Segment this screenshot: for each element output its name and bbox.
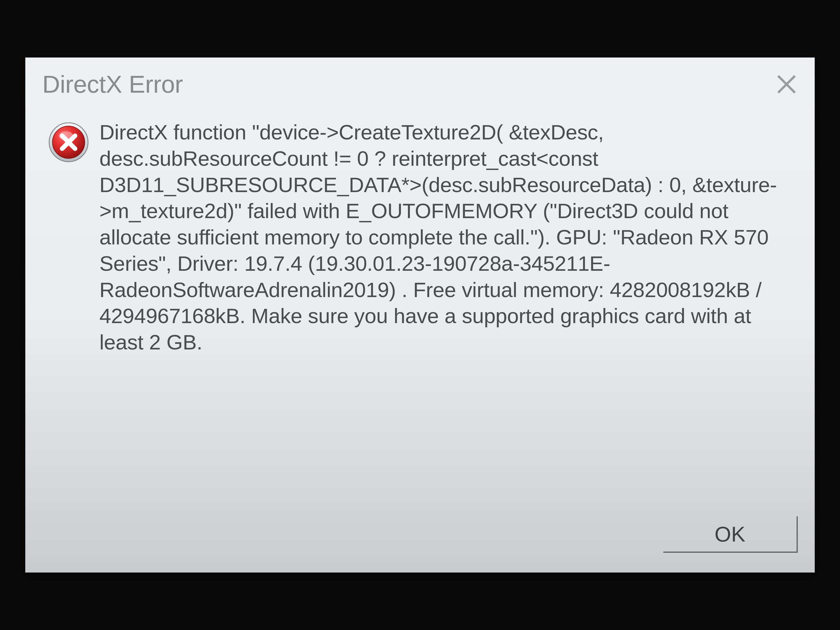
- error-icon: [48, 122, 89, 163]
- icon-column: [48, 119, 98, 508]
- dialog-body: DirectX function "device->CreateTexture2…: [25, 111, 815, 508]
- close-icon: [774, 72, 799, 97]
- ok-button[interactable]: OK: [663, 516, 798, 553]
- dialog-title: DirectX Error: [42, 70, 183, 99]
- error-message: DirectX function "device->CreateTexture2…: [99, 119, 795, 355]
- dialog-footer: OK: [25, 508, 815, 572]
- ok-button-label: OK: [715, 522, 745, 546]
- close-button[interactable]: [772, 70, 801, 98]
- titlebar: DirectX Error: [25, 58, 815, 111]
- error-dialog: DirectX Error: [25, 57, 815, 573]
- message-column: DirectX function "device->CreateTexture2…: [98, 119, 795, 508]
